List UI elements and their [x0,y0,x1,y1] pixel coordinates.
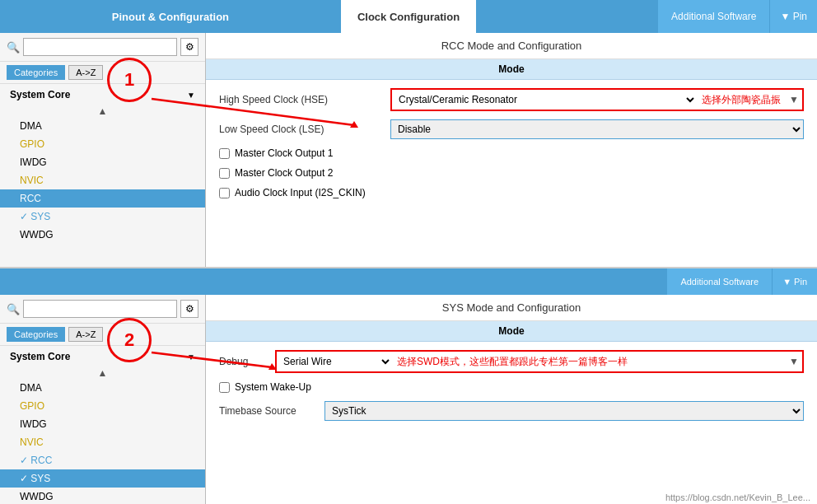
sidebar-item-iwdg-1[interactable]: IWDG [0,153,205,171]
audio-label: Audio Clock Input (I2S_CKIN) [235,187,366,198]
watermark: https://blog.csdn.net/Kevin_B_Lee... [665,492,810,502]
audio-row: Audio Clock Input (I2S_CKIN) [219,187,804,198]
tab-row-1: Categories A->Z [0,62,205,84]
additional-software-button-2[interactable]: Additional Software [667,268,772,295]
sidebar-item-gpio-1[interactable]: GPIO [0,135,205,153]
sidebar-item-dma-1[interactable]: DMA [0,117,205,135]
sidebar-item-wwdg-2[interactable]: WWDG [0,488,205,504]
panel-row-2: 2 🔍 ⚙ Categories A->Z [0,295,817,504]
tab-categories-2[interactable]: Categories [7,327,65,342]
panel-row-1: 1 🔍 ⚙ Categories A->Z [0,33,817,268]
tab-row-2: Categories A->Z [0,324,205,346]
gear-button-2[interactable]: ⚙ [180,300,198,318]
timebase-label: Timebase Source [219,405,318,417]
sys-wakeup-label: System Wake-Up [235,381,311,393]
config-rows-2: Debug Serial Wire 选择SWD模式，这些配置都跟此专栏第一篇博客… [206,342,817,429]
scroll-up-2: ▲ [0,367,205,379]
mco2-checkbox[interactable] [219,168,230,179]
gear-button-1[interactable]: ⚙ [180,38,198,56]
tab-az-1[interactable]: A->Z [68,65,103,80]
sidebar-item-iwdg-2[interactable]: IWDG [0,415,205,433]
sidebar-item-rcc-2[interactable]: ✓ RCC [0,451,205,469]
search-icon-2: 🔍 [7,303,20,315]
chevron-down-icon-2: ▼ [187,352,195,362]
lse-row: Low Speed Clock (LSE) Disable [219,119,804,139]
chevron-down-icon-1: ▼ [187,91,195,100]
sidebar-item-sys-2[interactable]: ✓ SYS [0,469,205,488]
debug-label: Debug [219,356,268,367]
sidebar-2: 🔍 ⚙ Categories A->Z System Core ▼ ▲ DMA … [0,295,206,504]
pin-button[interactable]: ▼ Pin [769,0,817,33]
clock-config-tab[interactable]: Clock Configuration [357,11,460,23]
timebase-select[interactable]: SysTick [324,401,804,421]
section-title-2: SYS Mode and Configuration [206,295,817,321]
sidebar-item-nvic-1[interactable]: NVIC [0,171,205,189]
debug-row: Debug Serial Wire 选择SWD模式，这些配置都跟此专栏第一篇博客… [219,350,804,373]
sys-wakeup-row: System Wake-Up [219,381,804,393]
sidebar-item-rcc-1[interactable]: RCC [0,189,205,208]
sidebar-item-sys-1[interactable]: ✓ SYS [0,208,205,226]
tab-categories-1[interactable]: Categories [7,65,65,80]
search-icon-1: 🔍 [7,41,20,54]
tab-az-2[interactable]: A->Z [68,327,103,342]
scroll-up-1: ▲ [0,105,205,117]
lse-select[interactable]: Disable [390,119,804,139]
search-bar-2: 🔍 ⚙ [0,295,205,324]
search-bar-1: 🔍 ⚙ [0,33,205,62]
sidebar-1: 🔍 ⚙ Categories A->Z System Core ▼ ▲ DMA … [0,33,206,267]
sys-wakeup-checkbox[interactable] [219,382,230,393]
mco1-checkbox[interactable] [219,148,230,159]
section-title-1: RCC Mode and Configuration [206,33,817,59]
panel2-topbar: Additional Software ▼ Pin [0,268,817,295]
mode-header-1: Mode [206,59,817,80]
search-input-2[interactable] [23,300,177,318]
hse-row: High Speed Clock (HSE) Crystal/Ceramic R… [219,88,804,111]
mco2-label: Master Clock Output 2 [235,167,333,179]
group-header-2[interactable]: System Core ▼ [0,346,205,367]
sidebar-content-2: System Core ▼ ▲ DMA GPIO IWDG NVIC ✓ RCC… [0,346,205,504]
sidebar-item-dma-2[interactable]: DMA [0,379,205,397]
timebase-row: Timebase Source SysTick [219,401,804,421]
search-input-1[interactable] [23,38,177,56]
content-area-2: SYS Mode and Configuration Mode Debug Se… [206,295,817,504]
debug-note: 选择SWD模式，这些配置都跟此专栏第一篇博客一样 [392,355,786,369]
mode-header-2: Mode [206,321,817,342]
config-rows-1: High Speed Clock (HSE) Crystal/Ceramic R… [206,80,817,207]
pinout-tab[interactable]: Pinout & Configuration [96,11,245,23]
content-area-1: RCC Mode and Configuration Mode High Spe… [206,33,817,267]
hse-select[interactable]: Crystal/Ceramic Resonator [392,90,697,110]
hse-note: 选择外部陶瓷晶振 [697,93,786,107]
pin-button-2[interactable]: ▼ Pin [772,268,817,295]
audio-checkbox[interactable] [219,188,230,198]
mco2-row: Master Clock Output 2 [219,167,804,179]
sidebar-content-1: System Core ▼ ▲ DMA GPIO IWDG NVIC RCC ✓… [0,84,205,267]
additional-software-button[interactable]: Additional Software [658,0,769,33]
mco1-row: Master Clock Output 1 [219,147,804,159]
hse-label: High Speed Clock (HSE) [219,94,384,105]
debug-select[interactable]: Serial Wire [277,352,392,371]
group-header-1[interactable]: System Core ▼ [0,84,205,105]
sidebar-item-nvic-2[interactable]: NVIC [0,433,205,451]
lse-label: Low Speed Clock (LSE) [219,124,384,135]
sidebar-item-gpio-2[interactable]: GPIO [0,397,205,415]
mco1-label: Master Clock Output 1 [235,147,333,159]
sidebar-item-wwdg-1[interactable]: WWDG [0,226,205,244]
